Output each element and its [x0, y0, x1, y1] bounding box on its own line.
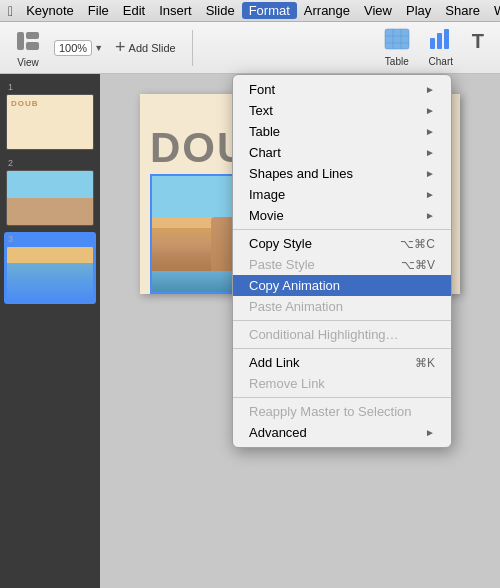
slide-num-2: 2: [6, 158, 94, 168]
chart-icon: [428, 28, 454, 54]
slide-preview-1: DOUB: [6, 94, 94, 150]
menubar-arrange[interactable]: Arrange: [297, 2, 357, 19]
toolbar-right: Table Chart T T: [376, 25, 492, 70]
chart-button[interactable]: Chart: [420, 25, 462, 70]
menubar-keynote[interactable]: Keynote: [19, 2, 81, 19]
slide-thumb-3[interactable]: 3: [4, 232, 96, 304]
view-label: View: [17, 57, 39, 68]
menu-add-link-shortcut: ⌘K: [415, 356, 435, 370]
menu-font-arrow-icon: ►: [425, 84, 435, 95]
menu-table-arrow-icon: ►: [425, 126, 435, 137]
menu-item-reapply: Reapply Master to Selection: [233, 401, 451, 422]
toolbar-divider-1: [192, 30, 193, 66]
table-label: Table: [385, 56, 409, 67]
menu-text-arrow-icon: ►: [425, 105, 435, 116]
add-slide-label: Add Slide: [129, 42, 176, 54]
menu-item-add-link[interactable]: Add Link ⌘K: [233, 352, 451, 373]
menu-copy-style-shortcut: ⌥⌘C: [400, 237, 435, 251]
menu-reapply-label: Reapply Master to Selection: [249, 404, 412, 419]
menu-copy-style-label: Copy Style: [249, 236, 312, 251]
menu-item-advanced[interactable]: Advanced ►: [233, 422, 451, 443]
separator-3: [233, 348, 451, 349]
menu-item-copy-animation[interactable]: Copy Animation: [233, 275, 451, 296]
svg-rect-3: [385, 29, 409, 49]
text-insert-icon: T: [472, 30, 484, 53]
menu-image-arrow-icon: ►: [425, 189, 435, 200]
menu-text-label: Text: [249, 103, 273, 118]
separator-2: [233, 320, 451, 321]
menu-image-label: Image: [249, 187, 285, 202]
zoom-value[interactable]: 100%: [54, 40, 92, 56]
menu-item-paste-animation: Paste Animation: [233, 296, 451, 317]
menubar-play[interactable]: Play: [399, 2, 438, 19]
menu-item-shapes[interactable]: Shapes and Lines ►: [233, 163, 451, 184]
slide-preview-3: [6, 246, 94, 302]
menubar-view[interactable]: View: [357, 2, 399, 19]
separator-4: [233, 397, 451, 398]
svg-rect-1: [26, 32, 39, 39]
menu-movie-arrow-icon: ►: [425, 210, 435, 221]
zoom-control: 100% ▼: [54, 40, 103, 56]
menu-paste-style-shortcut: ⌥⌘V: [401, 258, 435, 272]
svg-rect-0: [17, 32, 24, 50]
svg-rect-9: [437, 33, 442, 49]
main-area: 1 DOUB 2 3 DOU CKT: [0, 74, 500, 588]
menu-chart-label: Chart: [249, 145, 281, 160]
menu-chart-arrow-icon: ►: [425, 147, 435, 158]
menubar-slide[interactable]: Slide: [199, 2, 242, 19]
menu-advanced-arrow-icon: ►: [425, 427, 435, 438]
slide-num-1: 1: [6, 82, 94, 92]
format-dropdown-menu: Font ► Text ► Table ► Chart ► Shapes and…: [232, 74, 452, 448]
menu-movie-label: Movie: [249, 208, 284, 223]
separator-1: [233, 229, 451, 230]
slide-thumb-2[interactable]: 2: [4, 156, 96, 228]
menu-copy-animation-label: Copy Animation: [249, 278, 340, 293]
menu-cond-high-label: Conditional Highlighting…: [249, 327, 399, 342]
menu-paste-style-label: Paste Style: [249, 257, 315, 272]
add-slide-button[interactable]: + Add Slide: [109, 33, 182, 62]
apple-logo-icon[interactable]: : [8, 3, 13, 19]
menu-item-cond-high: Conditional Highlighting…: [233, 324, 451, 345]
menu-font-label: Font: [249, 82, 275, 97]
menubar-edit[interactable]: Edit: [116, 2, 152, 19]
plus-icon: +: [115, 37, 126, 58]
menu-item-image[interactable]: Image ►: [233, 184, 451, 205]
table-icon: [384, 28, 410, 54]
menu-shapes-arrow-icon: ►: [425, 168, 435, 179]
menu-advanced-label: Advanced: [249, 425, 307, 440]
menu-item-chart[interactable]: Chart ►: [233, 142, 451, 163]
menu-item-table[interactable]: Table ►: [233, 121, 451, 142]
menu-item-remove-link: Remove Link: [233, 373, 451, 394]
menu-table-label: Table: [249, 124, 280, 139]
menubar-format[interactable]: Format: [242, 2, 297, 19]
menu-item-movie[interactable]: Movie ►: [233, 205, 451, 226]
menubar-insert[interactable]: Insert: [152, 2, 199, 19]
table-button[interactable]: Table: [376, 25, 418, 70]
menu-remove-link-label: Remove Link: [249, 376, 325, 391]
zoom-dropdown-icon[interactable]: ▼: [94, 43, 103, 53]
svg-rect-10: [444, 29, 449, 49]
menubar-share[interactable]: Share: [438, 2, 487, 19]
menu-shapes-label: Shapes and Lines: [249, 166, 353, 181]
chart-label: Chart: [429, 56, 453, 67]
menubar-file[interactable]: File: [81, 2, 116, 19]
menubar-window[interactable]: Window: [487, 2, 500, 19]
menubar:  Keynote File Edit Insert Slide Format …: [0, 0, 500, 22]
menu-paste-animation-label: Paste Animation: [249, 299, 343, 314]
slide-num-3: 3: [6, 234, 94, 244]
svg-rect-8: [430, 38, 435, 49]
menu-item-font[interactable]: Font ►: [233, 79, 451, 100]
slide-thumb-1[interactable]: 1 DOUB: [4, 80, 96, 152]
menu-item-paste-style: Paste Style ⌥⌘V: [233, 254, 451, 275]
view-button[interactable]: View: [8, 23, 48, 72]
view-icon: [14, 27, 42, 55]
svg-rect-2: [26, 42, 39, 50]
menu-item-text[interactable]: Text ►: [233, 100, 451, 121]
menu-item-copy-style[interactable]: Copy Style ⌥⌘C: [233, 233, 451, 254]
toolbar: View 100% ▼ + Add Slide Table: [0, 22, 500, 74]
slide-preview-2: [6, 170, 94, 226]
text-button[interactable]: T T: [464, 27, 492, 69]
sidebar: 1 DOUB 2 3: [0, 74, 100, 588]
menu-add-link-label: Add Link: [249, 355, 300, 370]
